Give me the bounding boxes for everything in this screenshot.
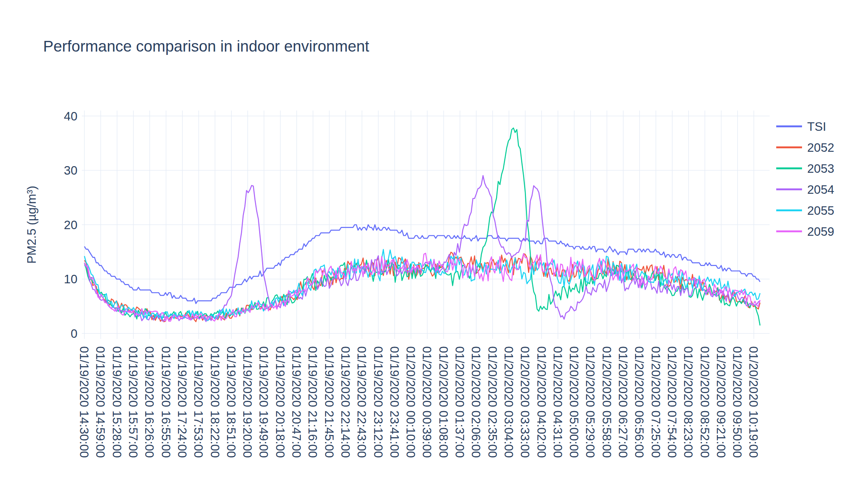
x-tick-label: 01/19/2020 17:53:00 bbox=[192, 346, 205, 458]
x-tick-label: 01/19/2020 19:49:00 bbox=[257, 346, 271, 458]
y-tick-label: 40 bbox=[64, 109, 77, 123]
legend-item-TSI[interactable]: TSI bbox=[776, 120, 826, 133]
x-tick-label: 01/19/2020 18:22:00 bbox=[208, 346, 222, 458]
x-tick-label: 01/19/2020 21:16:00 bbox=[306, 346, 320, 458]
x-tick-label: 01/20/2020 05:29:00 bbox=[583, 346, 597, 458]
legend-label: 2059 bbox=[807, 225, 834, 238]
legend-item-2053[interactable]: 2053 bbox=[776, 162, 834, 175]
x-tick-label: 01/20/2020 00:39:00 bbox=[420, 346, 434, 458]
x-tick-label: 01/20/2020 10:19:00 bbox=[747, 346, 760, 458]
x-tick-label: 01/20/2020 02:35:00 bbox=[486, 346, 499, 458]
x-tick-label: 01/20/2020 07:25:00 bbox=[649, 346, 663, 458]
x-tick-label: 01/20/2020 05:58:00 bbox=[600, 346, 614, 458]
x-tick-label: 01/20/2020 09:21:00 bbox=[714, 346, 728, 458]
legend-label: 2052 bbox=[807, 141, 834, 154]
x-tick-label: 01/19/2020 19:20:00 bbox=[241, 346, 254, 458]
x-tick-label: 01/20/2020 01:37:00 bbox=[453, 346, 467, 458]
x-tick-label: 01/20/2020 06:27:00 bbox=[616, 346, 630, 458]
x-tick-label: 01/20/2020 04:31:00 bbox=[551, 346, 565, 458]
y-tick-label: 20 bbox=[64, 218, 77, 232]
x-tick-label: 01/20/2020 08:23:00 bbox=[681, 346, 695, 458]
x-tick-label: 01/20/2020 04:02:00 bbox=[535, 346, 548, 458]
x-tick-label: 01/20/2020 01:08:00 bbox=[437, 346, 450, 458]
legend: TSI20522053205420552059 bbox=[776, 120, 834, 238]
x-tick-label: 01/19/2020 20:47:00 bbox=[290, 346, 303, 458]
x-tick-label: 01/19/2020 20:18:00 bbox=[273, 346, 287, 458]
x-tick-label: 01/19/2020 15:57:00 bbox=[126, 346, 140, 458]
legend-label: 2054 bbox=[807, 183, 834, 196]
legend-item-2054[interactable]: 2054 bbox=[776, 183, 834, 196]
legend-item-2059[interactable]: 2059 bbox=[776, 225, 834, 238]
plot-area[interactable] bbox=[82, 111, 770, 339]
line-chart: 01020304001/19/2020 14:30:0001/19/2020 1… bbox=[0, 0, 868, 494]
y-tick-label: 0 bbox=[71, 327, 77, 340]
legend-label: 2055 bbox=[807, 204, 834, 217]
x-tick-label: 01/20/2020 08:52:00 bbox=[698, 346, 712, 458]
x-tick-label: 01/19/2020 16:55:00 bbox=[159, 346, 173, 458]
x-tick-label: 01/20/2020 07:54:00 bbox=[665, 346, 679, 458]
x-tick-label: 01/20/2020 09:50:00 bbox=[731, 346, 744, 458]
x-tick-label: 01/20/2020 05:00:00 bbox=[567, 346, 581, 458]
legend-item-2052[interactable]: 2052 bbox=[776, 141, 834, 154]
x-tick-label: 01/19/2020 21:45:00 bbox=[323, 346, 336, 458]
x-tick-label: 01/20/2020 06:56:00 bbox=[632, 346, 646, 458]
x-tick-label: 01/20/2020 00:10:00 bbox=[404, 346, 418, 458]
legend-label: 2053 bbox=[807, 162, 834, 175]
x-tick-label: 01/19/2020 18:51:00 bbox=[224, 346, 238, 458]
x-tick-label: 01/19/2020 14:59:00 bbox=[94, 346, 107, 458]
y-axis-title: PM2.5 (µg/m³) bbox=[25, 186, 38, 264]
x-tick-label: 01/20/2020 03:04:00 bbox=[502, 346, 516, 458]
x-tick-label: 01/19/2020 14:30:00 bbox=[77, 346, 91, 458]
x-tick-label: 01/19/2020 22:43:00 bbox=[355, 346, 369, 458]
x-tick-label: 01/20/2020 02:06:00 bbox=[469, 346, 483, 458]
x-tick-label: 01/20/2020 03:33:00 bbox=[518, 346, 532, 458]
x-tick-label: 01/19/2020 17:24:00 bbox=[175, 346, 189, 458]
chart-figure: 01020304001/19/2020 14:30:0001/19/2020 1… bbox=[0, 0, 868, 494]
x-tick-label: 01/19/2020 16:26:00 bbox=[143, 346, 156, 458]
x-tick-label: 01/19/2020 23:41:00 bbox=[388, 346, 401, 458]
x-tick-label: 01/19/2020 23:12:00 bbox=[372, 346, 385, 458]
x-tick-label: 01/19/2020 22:14:00 bbox=[339, 346, 352, 458]
legend-item-2055[interactable]: 2055 bbox=[776, 204, 834, 217]
legend-label: TSI bbox=[807, 120, 826, 133]
chart-title: Performance comparison in indoor environ… bbox=[43, 38, 369, 55]
y-tick-label: 30 bbox=[64, 164, 77, 177]
y-tick-label: 10 bbox=[64, 272, 77, 286]
x-tick-label: 01/19/2020 15:28:00 bbox=[110, 346, 124, 458]
